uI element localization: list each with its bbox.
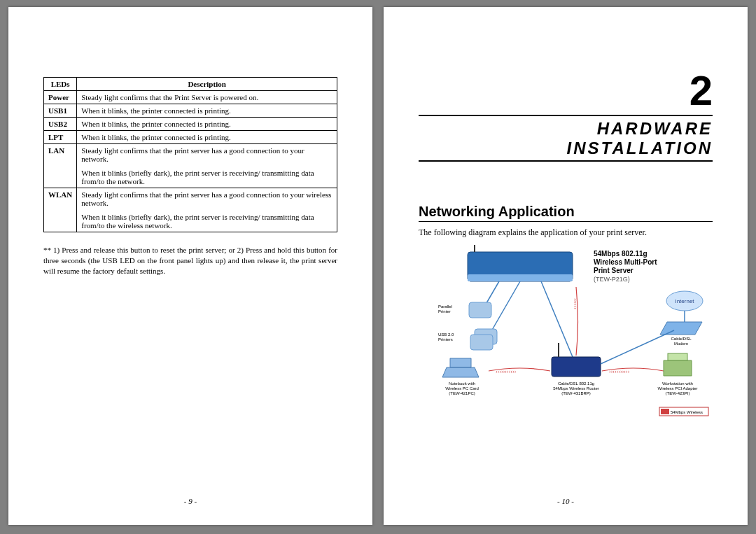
th-desc: Description xyxy=(77,78,337,91)
network-diagram: 54Mbps 802.11g Wireless Multi-Port Print… xyxy=(419,245,713,427)
svg-rect-10 xyxy=(552,357,601,377)
svg-rect-20 xyxy=(661,409,669,414)
label-modem-1: Cable/DSL xyxy=(671,337,692,341)
row-wlan-text-1: Steady light confirms that the print ser… xyxy=(81,190,332,207)
label-ws-3: (TEW-423PI) xyxy=(666,391,690,395)
chapter-title-line1: HARDWARE xyxy=(419,119,713,139)
row-lan-text-2: When it blinks (briefly dark), the print… xyxy=(81,169,332,185)
label-nb-2: Wireless PC Card xyxy=(445,386,479,391)
row-usb1-text: When it blinks, the printer connected is… xyxy=(77,104,337,118)
diagram-title-2: Wireless Multi-Port xyxy=(594,258,657,266)
row-power-label: Power xyxy=(44,91,77,104)
svg-rect-15 xyxy=(668,353,687,360)
diagram-title-1: 54Mbps 802.11g xyxy=(594,250,648,258)
svg-text:››››››: ›››››› xyxy=(573,298,579,309)
svg-line-16 xyxy=(601,330,674,364)
svg-text:›››››››››››: ››››››››››› xyxy=(609,368,630,374)
label-router-1: Cable/DSL 802.11g xyxy=(558,381,594,386)
row-wlan-label: WLAN xyxy=(44,188,77,232)
label-parallel-2: Printer xyxy=(438,309,451,314)
divider xyxy=(419,160,713,162)
label-nb-3: (TEW-421PC) xyxy=(449,391,475,395)
row-lpt-text: When it blinks, the printer connected is… xyxy=(77,131,337,144)
label-ws-1: Workstation with xyxy=(662,381,693,386)
row-lan-text-1: Steady light confirms that the print ser… xyxy=(81,146,332,163)
row-lan-text: Steady light confirms that the print ser… xyxy=(77,144,337,188)
label-parallel-1: Parallel xyxy=(438,304,452,309)
svg-rect-1 xyxy=(468,274,573,281)
footnote: ** 1) Press and release this button to r… xyxy=(43,245,337,276)
svg-rect-9 xyxy=(470,335,493,350)
page-number-right: - 10 - xyxy=(384,497,748,505)
page-right: 2 HARDWARE INSTALLATION Networking Appli… xyxy=(384,7,748,525)
page-number-left: - 9 - xyxy=(8,497,372,505)
row-power-text: Steady light confirms that the Print Ser… xyxy=(77,91,337,104)
label-router-2: 54Mbps Wireless Router xyxy=(553,386,599,391)
row-lpt-label: LPT xyxy=(44,131,77,144)
svg-text:›››››››››››: ››››››››››› xyxy=(496,368,517,374)
svg-rect-7 xyxy=(469,302,491,318)
svg-line-5 xyxy=(489,281,520,336)
label-nb-1: Notebook with xyxy=(449,381,475,386)
divider xyxy=(419,115,713,116)
page-left: LEDs Description Power Steady light conf… xyxy=(8,7,372,525)
diagram-title-3: Print Server xyxy=(594,267,634,274)
chapter-number: 2 xyxy=(419,70,713,112)
label-modem-2: Modem xyxy=(674,342,688,346)
chapter-title: HARDWARE INSTALLATION xyxy=(419,119,713,157)
chapter-title-line2: INSTALLATION xyxy=(419,139,713,158)
diagram-model: (TEW-P21G) xyxy=(594,276,630,283)
section-title: Networking Application xyxy=(419,204,713,220)
label-usb-2: Printers xyxy=(438,337,453,342)
label-ws-2: Wireless PCI Adapter xyxy=(657,386,697,391)
th-leds: LEDs xyxy=(44,78,77,91)
section-text: The following diagram explains the appli… xyxy=(419,227,713,238)
row-usb1-label: USB1 xyxy=(44,104,77,118)
svg-line-6 xyxy=(541,281,573,357)
badge-text: 54Mbps Wireless xyxy=(671,410,703,414)
label-internet: Internet xyxy=(675,298,694,304)
row-usb2-text: When it blinks, the printer connected is… xyxy=(77,118,337,131)
divider-thin xyxy=(419,221,713,222)
row-usb2-label: USB2 xyxy=(44,118,77,131)
led-table: LEDs Description Power Steady light conf… xyxy=(43,77,337,232)
label-router-3: (TEW-431BRP) xyxy=(561,391,591,395)
row-wlan-text: Steady light confirms that the print ser… xyxy=(77,188,337,232)
label-usb-1: USB 2.0 xyxy=(438,332,454,337)
row-lan-label: LAN xyxy=(44,144,77,188)
row-wlan-text-2: When it blinks (briefly dark), the print… xyxy=(81,213,332,230)
